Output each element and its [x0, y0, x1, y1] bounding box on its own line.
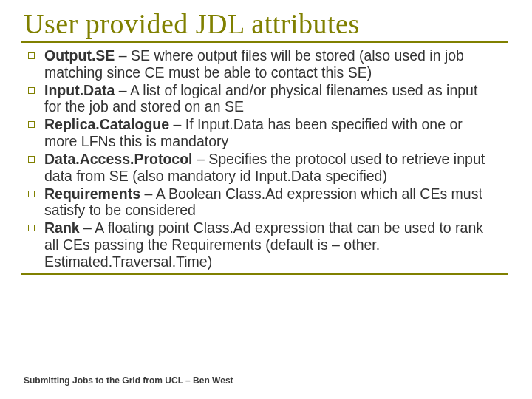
term: Requirements — [44, 185, 140, 202]
slide-footer: Submitting Jobs to the Grid from UCL – B… — [24, 375, 233, 386]
desc: – A floating point Class.Ad expression t… — [44, 219, 483, 270]
term: Output.SE — [44, 47, 115, 64]
slide: User provided JDL attributes Output.SE –… — [0, 0, 532, 399]
list-item: Rank – A floating point Class.Ad express… — [24, 219, 497, 270]
title-rule — [21, 41, 508, 43]
list-item: Replica.Catalogue – If Input.Data has be… — [24, 116, 497, 150]
footer-rule — [21, 273, 508, 275]
term: Replica.Catalogue — [44, 116, 169, 132]
slide-title: User provided JDL attributes — [24, 7, 511, 40]
bullet-list: Output.SE – SE where output files will b… — [24, 47, 497, 270]
list-item: Data.Access.Protocol – Specifies the pro… — [24, 151, 497, 185]
list-item: Input.Data – A list of logical and/or ph… — [24, 82, 497, 116]
term: Input.Data — [44, 82, 115, 98]
term: Data.Access.Protocol — [44, 151, 193, 167]
list-item: Requirements – A Boolean Class.Ad expres… — [24, 185, 497, 219]
term: Rank — [44, 219, 80, 236]
list-item: Output.SE – SE where output files will b… — [24, 47, 497, 81]
